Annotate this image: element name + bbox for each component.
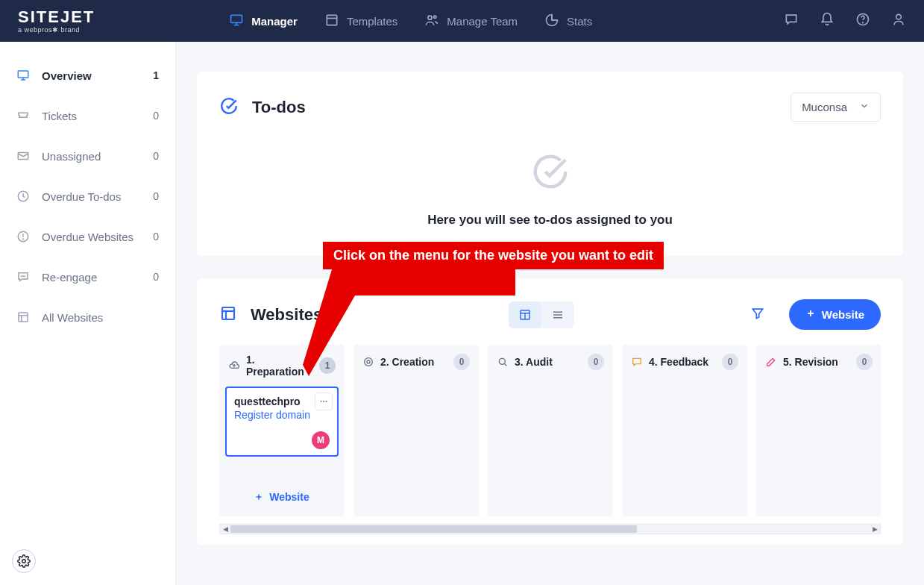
message-icon	[631, 356, 643, 368]
horizontal-scrollbar[interactable]: ◀ ▶	[219, 524, 881, 534]
svg-point-17	[23, 239, 24, 240]
user-icon[interactable]	[891, 12, 906, 30]
website-card[interactable]: questtechpro Register domain M	[225, 387, 339, 457]
brand-sub: a webpros✱ brand	[18, 27, 95, 34]
svg-rect-25	[222, 307, 234, 319]
column-header: 5. Revision 0	[756, 345, 881, 379]
side-count: 0	[153, 231, 159, 243]
add-website-inline[interactable]: Website	[219, 478, 345, 516]
alert-icon	[16, 230, 30, 243]
svg-rect-0	[231, 15, 242, 22]
user-dropdown[interactable]: Muconsa	[791, 93, 881, 122]
sidebar-overdue-todos[interactable]: Overdue To-dos 0	[0, 176, 175, 216]
side-count: 0	[153, 271, 159, 283]
column-count: 0	[856, 354, 873, 370]
top-nav: SITEJET a webpros✱ brand Manager Templat…	[0, 0, 924, 42]
nav-manager[interactable]: Manager	[229, 13, 298, 30]
side-label: Overdue To-dos	[42, 190, 141, 203]
side-label: Re-engage	[42, 271, 141, 284]
column-revision: 5. Revision 0	[756, 345, 881, 516]
annotation-callout: Click on the menu for the website you wa…	[323, 242, 664, 269]
logo: SITEJET a webpros✱ brand	[18, 9, 95, 34]
scroll-left-arrow[interactable]: ◀	[220, 525, 230, 534]
monitor-icon	[229, 13, 244, 30]
svg-rect-21	[19, 313, 28, 322]
side-label: Tickets	[42, 110, 141, 122]
side-count: 0	[153, 110, 159, 122]
card-register-domain[interactable]: Register domain	[234, 409, 330, 421]
svg-point-18	[21, 276, 22, 277]
svg-point-19	[23, 276, 24, 277]
svg-rect-10	[18, 71, 28, 78]
check-circle-large-icon	[530, 151, 571, 195]
layout-icon	[219, 304, 237, 325]
todos-title: To-dos	[252, 98, 306, 117]
edit-icon	[765, 356, 777, 368]
cloud-up-icon	[228, 360, 240, 372]
column-feedback: 4. Feedback 0	[622, 345, 747, 516]
clock-icon	[16, 190, 30, 203]
nav-center: Manager Templates Manage Team Stats	[229, 13, 592, 30]
ticket-icon	[16, 109, 30, 122]
add-website-label: Website	[822, 308, 864, 321]
annotation-arrow	[303, 264, 519, 376]
sidebar-all-websites[interactable]: All Websites	[0, 297, 175, 337]
chevron-down-icon	[859, 101, 870, 113]
dots-icon	[318, 396, 329, 407]
svg-point-38	[326, 401, 327, 402]
nav-label: Manage Team	[447, 15, 518, 28]
column-count: 0	[588, 354, 604, 370]
side-count: 1	[153, 69, 159, 81]
svg-point-37	[323, 401, 324, 402]
nav-templates[interactable]: Templates	[324, 13, 397, 30]
scroll-thumb[interactable]	[230, 525, 637, 533]
svg-point-6	[434, 16, 436, 18]
svg-point-9	[896, 14, 902, 19]
plus-icon	[254, 492, 263, 501]
chat-icon[interactable]	[784, 12, 799, 30]
column-header: 4. Feedback 0	[622, 345, 747, 379]
view-list-button[interactable]	[541, 301, 574, 328]
side-label: Overdue Websites	[42, 231, 141, 243]
sidebar-overdue-websites[interactable]: Overdue Websites 0	[0, 216, 175, 257]
todos-empty-text: Here you will see to-dos assigned to you	[219, 213, 881, 228]
nav-label: Stats	[567, 15, 592, 28]
sidebar-reengage[interactable]: Re-engage 0	[0, 257, 175, 297]
nav-stats[interactable]: Stats	[544, 13, 592, 30]
side-count: 0	[153, 190, 159, 202]
column-label: 5. Revision	[783, 356, 838, 368]
svg-point-20	[25, 276, 25, 277]
brand-name: SITEJET	[18, 9, 95, 25]
card-menu-button[interactable]	[315, 392, 333, 410]
nav-label: Templates	[347, 15, 397, 28]
add-website-button[interactable]: Website	[789, 299, 881, 330]
sidebar-tickets[interactable]: Tickets 0	[0, 96, 175, 136]
column-label: 4. Feedback	[649, 356, 708, 368]
help-icon[interactable]	[855, 12, 870, 30]
sidebar-overview[interactable]: Overview 1	[0, 55, 175, 96]
svg-marker-24	[303, 267, 515, 376]
main-content: To-dos Muconsa Here you will see to-dos …	[176, 42, 924, 585]
annotation-text: Click on the menu for the website you wa…	[333, 248, 653, 263]
users-icon	[424, 13, 439, 30]
check-circle-icon	[219, 96, 239, 119]
grid-icon	[16, 310, 30, 324]
layout-icon	[324, 13, 339, 30]
side-count: 0	[153, 150, 159, 162]
gear-icon	[17, 554, 31, 568]
monitor-icon	[16, 69, 30, 82]
column-label: 3. Audit	[515, 356, 553, 368]
avatar: M	[312, 431, 330, 449]
filter-button[interactable]	[750, 306, 765, 324]
nav-manage-team[interactable]: Manage Team	[424, 13, 518, 30]
svg-rect-3	[327, 15, 336, 25]
sidebar: Overview 1 Tickets 0 Unassigned 0 Overdu…	[0, 42, 176, 585]
settings-fab[interactable]	[12, 549, 36, 573]
bell-icon[interactable]	[820, 12, 835, 30]
sidebar-unassigned[interactable]: Unassigned 0	[0, 136, 175, 176]
nav-right	[784, 12, 906, 30]
todos-empty: Here you will see to-dos assigned to you	[219, 122, 881, 235]
scroll-right-arrow[interactable]: ▶	[870, 525, 880, 534]
add-website-inline-label: Website	[269, 491, 309, 503]
svg-point-45	[22, 560, 26, 563]
